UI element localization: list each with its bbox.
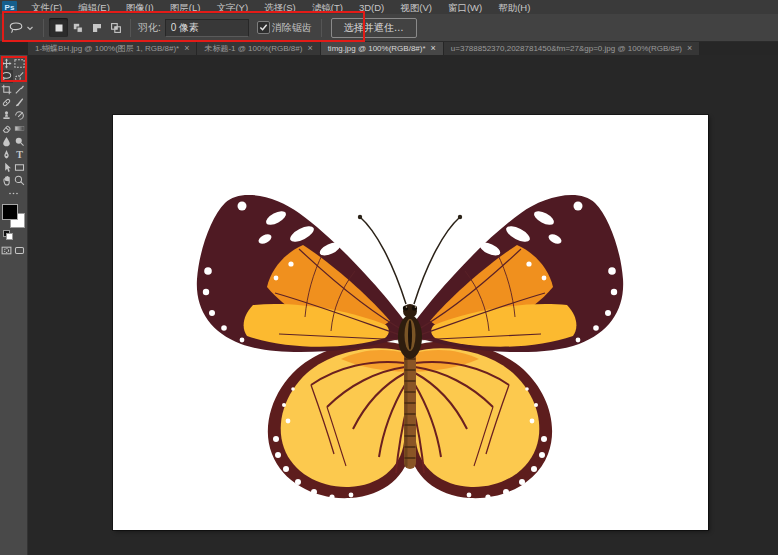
path-selection-icon: [1, 162, 12, 173]
brush-icon: [14, 97, 25, 108]
clone-stamp-icon: [1, 110, 12, 121]
rectangle-shape-icon: [14, 162, 25, 173]
pen-icon: [1, 149, 12, 160]
screen-mode-icon: [14, 245, 25, 256]
tab-label: 未标题-1 @ 100%(RGB/8#): [204, 43, 302, 54]
blur-tool[interactable]: [0, 135, 13, 148]
menu-window[interactable]: 窗口(W): [440, 1, 490, 14]
eraser-icon: [1, 123, 12, 134]
color-swatches: [0, 203, 27, 229]
quick-mask-button[interactable]: [0, 244, 13, 257]
document-tab-3-active[interactable]: timg.jpg @ 100%(RGB/8#)* ×: [321, 42, 443, 55]
type-tool[interactable]: T: [13, 148, 26, 161]
tools-panel: T: [0, 55, 28, 555]
document-tab-2[interactable]: 未标题-1 @ 100%(RGB/8#) ×: [197, 42, 319, 55]
gradient-icon: [14, 123, 25, 134]
work-area: [28, 55, 778, 555]
tab-label: 1-蝴蝶BH.jpg @ 100%(图层 1, RGB/8#)*: [35, 43, 179, 54]
butterfly-image: [179, 151, 641, 501]
annotation-box-lasso-tool: [1, 56, 27, 82]
crop-icon: [1, 84, 12, 95]
menu-view[interactable]: 视图(V): [392, 1, 440, 14]
gradient-tool[interactable]: [13, 122, 26, 135]
more-tools-icon: [8, 188, 19, 199]
tab-close-button[interactable]: ×: [431, 44, 436, 53]
type-icon: T: [14, 149, 25, 160]
tab-close-button[interactable]: ×: [307, 44, 312, 53]
path-selection-tool[interactable]: [0, 161, 13, 174]
pen-tool[interactable]: [0, 148, 13, 161]
rectangle-shape-tool[interactable]: [13, 161, 26, 174]
clone-stamp-tool[interactable]: [0, 109, 13, 122]
hand-tool[interactable]: [0, 174, 13, 187]
edit-toolbar-button[interactable]: [0, 187, 27, 199]
history-brush-tool[interactable]: [13, 109, 26, 122]
foreground-color-swatch[interactable]: [2, 204, 18, 220]
tab-close-button[interactable]: ×: [687, 44, 692, 53]
crop-tool[interactable]: [0, 83, 13, 96]
history-brush-icon: [14, 110, 25, 121]
tab-close-button[interactable]: ×: [184, 44, 189, 53]
zoom-tool[interactable]: [13, 174, 26, 187]
document-canvas[interactable]: [113, 115, 708, 530]
dodge-tool[interactable]: [13, 135, 26, 148]
svg-text:T: T: [16, 149, 23, 160]
document-tab-4[interactable]: u=3788852370,2028781450&fm=27&gp=0.jpg @…: [444, 42, 699, 55]
spot-healing-brush-icon: [1, 97, 12, 108]
default-colors-button[interactable]: [0, 229, 27, 241]
menu-help[interactable]: 帮助(H): [490, 1, 538, 14]
brush-tool[interactable]: [13, 96, 26, 109]
dodge-icon: [14, 136, 25, 147]
eyedropper-tool[interactable]: [13, 83, 26, 96]
eyedropper-icon: [14, 84, 25, 95]
blur-icon: [1, 136, 12, 147]
default-background-swatch: [6, 233, 13, 240]
zoom-icon: [14, 175, 25, 186]
document-tab-1[interactable]: 1-蝴蝶BH.jpg @ 100%(图层 1, RGB/8#)* ×: [28, 42, 196, 55]
document-tab-bar: 1-蝴蝶BH.jpg @ 100%(图层 1, RGB/8#)* × 未标题-1…: [0, 42, 778, 55]
screen-mode-button[interactable]: [13, 244, 26, 257]
hand-icon: [1, 175, 12, 186]
quick-mask-icon: [1, 245, 12, 256]
tab-label: u=3788852370,2028781450&fm=27&gp=0.jpg @…: [451, 44, 682, 53]
spot-healing-brush-tool[interactable]: [0, 96, 13, 109]
annotation-box-options-bar: [2, 11, 365, 42]
eraser-tool[interactable]: [0, 122, 13, 135]
tab-label: timg.jpg @ 100%(RGB/8#)*: [328, 44, 426, 53]
